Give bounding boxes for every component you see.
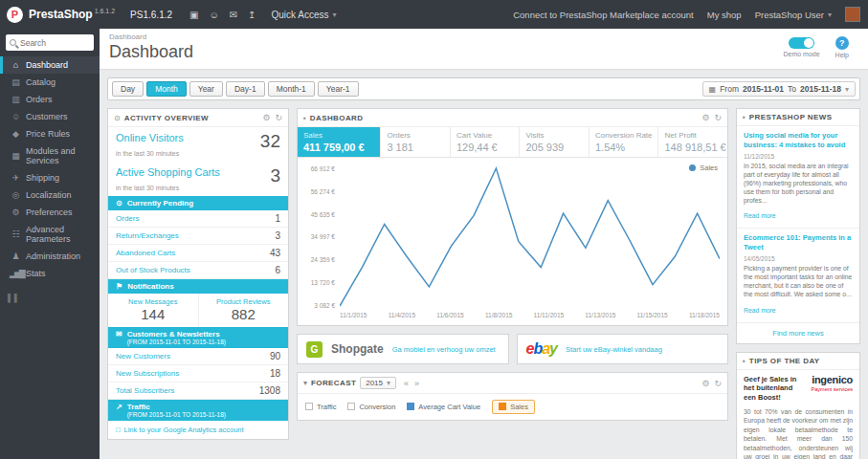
help-icon[interactable]: ?	[835, 36, 849, 50]
demo-mode-toggle[interactable]	[789, 37, 814, 49]
sales-legend-dot	[689, 164, 696, 171]
kpi-sales[interactable]: Sales411 759,00 €	[298, 127, 381, 157]
range-day-button[interactable]: Day	[112, 81, 144, 97]
range-month-button[interactable]: Month	[146, 81, 187, 97]
range-month-1-button[interactable]: Month-1	[268, 81, 315, 97]
read-more-link[interactable]: Read more	[744, 307, 776, 314]
product-reviews-cell[interactable]: Product Reviews 882	[199, 294, 289, 327]
news-article-date: 14/05/2015	[744, 255, 853, 262]
sidebar-item-price-rules[interactable]: ◆Price Rules	[0, 125, 100, 142]
sidebar-item-shipping[interactable]: ✈Shipping	[0, 169, 100, 186]
date-range-picker[interactable]: ▦ From2015-11-01 To2015-11-18 ▾	[702, 81, 856, 97]
new-subscriptions-row: New Subscriptions18	[108, 365, 288, 382]
shop-name-link[interactable]: PS1.6.1.2	[130, 10, 172, 20]
sidebar-item-preferences[interactable]: ⚙Preferences	[0, 204, 100, 221]
range-year-button[interactable]: Year	[189, 81, 223, 97]
prestashop-logo-icon[interactable]: P	[7, 7, 23, 23]
gear-icon[interactable]: ⚙	[701, 379, 709, 388]
help-label: Help	[835, 52, 849, 58]
sidebar-item-modules[interactable]: ▦Modules and Services	[0, 142, 100, 169]
range-day-1-button[interactable]: Day-1	[226, 81, 265, 97]
sidebar-item-catalog[interactable]: ▤Catalog	[0, 74, 100, 91]
next-icon[interactable]: »	[414, 379, 419, 388]
gear-icon[interactable]: ⚙	[701, 113, 709, 122]
total-subscribers-link[interactable]: Total Subscribers	[116, 386, 174, 395]
sidebar-item-advanced-parameters[interactable]: ☷Advanced Parameters	[0, 221, 100, 248]
news-article-title[interactable]: Ecommerce 101: Payments in a Tweet	[744, 233, 853, 252]
abandoned-carts-link[interactable]: Abandoned Carts	[116, 249, 175, 257]
pending-returns-link[interactable]: Return/Exchanges	[116, 231, 179, 240]
kpi-cart-value[interactable]: Cart Value129,44 €	[451, 127, 521, 157]
chevron-down-icon: ▾	[387, 379, 390, 387]
legend-conversion[interactable]: Conversion	[347, 403, 395, 411]
news-panel-icon: ▪	[743, 113, 746, 121]
pending-orders-link[interactable]: Orders	[116, 214, 139, 223]
demo-mode-control: Demo mode	[783, 37, 819, 57]
active-carts-link[interactable]: Active Shopping Carts	[116, 166, 220, 178]
kpi-conversion-rate[interactable]: Conversion Rate1.54%	[590, 127, 659, 157]
stats-icon: ▂▅▇	[10, 269, 20, 278]
refresh-icon[interactable]: ↻	[714, 379, 722, 388]
chart-plot-area: Sales	[340, 165, 720, 309]
gear-icon[interactable]: ⚙	[262, 113, 270, 122]
sidebar-item-customers[interactable]: ☺Customers	[0, 108, 100, 125]
ebay-logo-icon: ebay	[526, 340, 558, 358]
customers-section-header: ✉ Customers & Newsletters(FROM 2015-11-0…	[108, 327, 288, 348]
tips-panel-icon: ▪	[743, 357, 746, 365]
main-content: Dashboard Dashboard Demo mode ? Help Day…	[100, 29, 868, 459]
sidebar-item-stats[interactable]: ▂▅▇Stats	[0, 265, 100, 282]
user-menu[interactable]: PrestaShop User▾	[755, 10, 832, 20]
find-more-news-link[interactable]: Find more news	[737, 323, 859, 343]
out-of-stock-link[interactable]: Out of Stock Products	[116, 266, 190, 274]
new-messages-cell[interactable]: New Messages 144	[108, 294, 199, 327]
topbar-right: Connect to PrestaShop Marketplace accoun…	[513, 7, 868, 22]
orders-icon: ▥	[10, 95, 20, 104]
news-article-title[interactable]: Using social media for your business: 4 …	[744, 131, 853, 150]
google-analytics-link[interactable]: □ Link to your Google Analytics account	[108, 421, 288, 439]
refresh-icon[interactable]: ↻	[275, 113, 282, 122]
checkbox-checked-icon	[407, 403, 414, 410]
kpi-net-profit[interactable]: Net Profit148 918,51 €	[658, 127, 727, 157]
read-more-link[interactable]: Read more	[744, 212, 776, 219]
price-rules-icon: ◆	[10, 129, 20, 139]
forecast-year-select[interactable]: 2015▾	[360, 377, 396, 389]
sidebar-item-orders[interactable]: ▥Orders	[0, 91, 100, 108]
new-subscriptions-link[interactable]: New Subscriptions	[116, 369, 179, 378]
avatar[interactable]	[845, 7, 860, 22]
marketplace-connect-link[interactable]: Connect to PrestaShop Marketplace accoun…	[513, 10, 694, 20]
legend-sales[interactable]: Sales	[492, 400, 535, 414]
shopgate-link[interactable]: Ga mobiel en verhoog uw omzet	[392, 345, 496, 354]
ebay-link[interactable]: Start uw eBay-winkel vandaag	[566, 345, 662, 354]
shopgate-promo[interactable]: G Shopgate Ga mobiel en verhoog uw omzet	[297, 334, 509, 364]
online-visitors-link[interactable]: Online Visitors	[116, 132, 184, 143]
legend-average-cart-value[interactable]: Average Cart Value	[407, 403, 480, 411]
prev-icon[interactable]: «	[404, 379, 409, 388]
sidebar-item-administration[interactable]: ♟Administration	[0, 248, 100, 265]
collapse-caret-icon[interactable]: ▾	[303, 379, 307, 387]
kpi-orders[interactable]: Orders3 181	[381, 127, 451, 157]
customers-icon: ☺	[10, 112, 20, 121]
sidebar-item-dashboard[interactable]: ⌂Dashboard	[0, 56, 100, 74]
search-icon	[10, 39, 16, 46]
dashboard-icon: ⌂	[10, 60, 20, 70]
rocket-icon[interactable]: ↥	[248, 10, 256, 20]
search-input[interactable]	[20, 38, 90, 48]
activity-overview-panel: ⊙ ACTIVITY OVERVIEW ⚙↻ Online Visitors 3…	[107, 108, 289, 440]
sidebar: ⌂Dashboard ▤Catalog ▥Orders ☺Customers ◆…	[0, 29, 100, 459]
new-customers-link[interactable]: New Customers	[116, 352, 170, 361]
refresh-icon[interactable]: ↻	[714, 113, 722, 122]
legend-traffic[interactable]: Traffic	[305, 403, 336, 411]
kpi-visits[interactable]: Visits205 939	[520, 127, 590, 157]
news-article-excerpt: In 2015, social media are an integral pa…	[744, 162, 853, 206]
messages-icon[interactable]: ✉	[230, 10, 237, 20]
quick-access-menu[interactable]: Quick Access▾	[271, 10, 336, 20]
cart-icon[interactable]: ▣	[189, 10, 198, 20]
user-icon[interactable]: ☺	[209, 10, 218, 20]
range-year-1-button[interactable]: Year-1	[318, 81, 359, 97]
breadcrumb[interactable]: Dashboard	[109, 33, 193, 41]
ebay-promo[interactable]: ebay Start uw eBay-winkel vandaag	[517, 334, 729, 364]
sidebar-item-localization[interactable]: ◎Localization	[0, 186, 100, 204]
sidebar-collapse-button[interactable]: ▌▌	[0, 282, 100, 314]
my-shop-link[interactable]: My shop	[707, 10, 742, 20]
chart-legend[interactable]: Sales	[689, 164, 718, 172]
